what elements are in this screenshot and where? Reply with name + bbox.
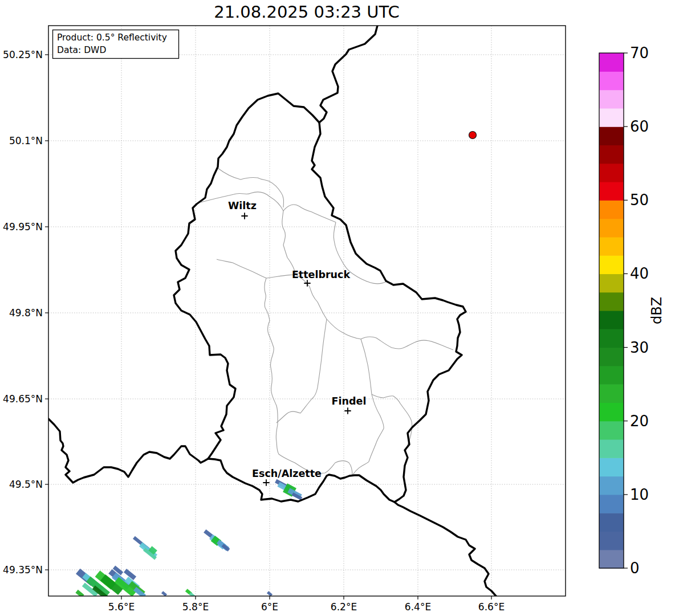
colorbar-segment xyxy=(599,311,624,329)
radar-figure: 21.08.2025 03:23 UTC xyxy=(0,0,675,616)
lat-tick: 49.35°N xyxy=(3,564,43,576)
lat-tick: 49.8°N xyxy=(9,307,43,319)
colorbar-tick: 60 xyxy=(630,118,649,135)
colorbar-segment xyxy=(599,421,624,440)
colorbar-tick: 50 xyxy=(630,191,649,209)
colorbar-segment xyxy=(599,145,624,164)
radar-map-page: 21.08.2025 03:23 UTC xyxy=(0,0,675,616)
colorbar-segment xyxy=(599,531,624,550)
colorbar-segment xyxy=(599,200,624,219)
colorbar-segment xyxy=(599,274,624,292)
colorbar-segment xyxy=(599,255,624,274)
colorbar-tick: 40 xyxy=(630,265,649,282)
colorbar-segment xyxy=(599,108,624,127)
lon-tick: 5.6°E xyxy=(108,601,135,613)
info-product: Product: 0.5° Reflectivity xyxy=(57,32,167,43)
colorbar-segment xyxy=(599,237,624,256)
colorbar-segment xyxy=(599,366,624,385)
colorbar-tick: 20 xyxy=(630,413,649,430)
lon-tick-labels: 5.6°E 5.8°E 6°E 6.2°E 6.4°E 6.6°E xyxy=(108,601,505,613)
colorbar-segment xyxy=(599,476,624,495)
colorbar-segment xyxy=(599,90,624,109)
colorbar-segment xyxy=(599,513,624,532)
lon-tick: 5.8°E xyxy=(182,601,209,613)
colorbar-segment xyxy=(599,458,624,476)
city-label: Wiltz xyxy=(228,200,257,211)
colorbar-tick: 10 xyxy=(630,486,649,503)
lat-tick-labels: 50.25°N 50.1°N 49.95°N 49.8°N 49.65°N 49… xyxy=(3,49,43,576)
colorbar-tick: 30 xyxy=(630,339,649,356)
colorbar-tick: 0 xyxy=(630,560,640,577)
colorbar-segment xyxy=(599,550,624,569)
colorbar-segment xyxy=(599,164,624,182)
colorbar-segment xyxy=(599,439,624,458)
lon-tick: 6°E xyxy=(261,601,278,613)
colorbar-segment xyxy=(599,53,624,72)
lat-tick: 50.25°N xyxy=(3,49,43,60)
lon-tick: 6.4°E xyxy=(405,601,431,613)
colorbar-segment xyxy=(599,329,624,348)
colorbar-segments xyxy=(599,53,624,569)
info-data-source: Data: DWD xyxy=(57,45,106,55)
colorbar-axis-label: dBZ xyxy=(649,297,665,324)
colorbar-segment xyxy=(599,348,624,366)
city-label: Ettelbruck xyxy=(292,269,351,280)
figure-title: 21.08.2025 03:23 UTC xyxy=(214,2,400,22)
lat-tick: 49.95°N xyxy=(3,221,43,232)
colorbar-tick-labels: 70 60 50 40 30 20 10 0 xyxy=(630,44,649,577)
colorbar-ticks xyxy=(624,53,628,568)
colorbar-segment xyxy=(599,71,624,90)
lon-tick: 6.6°E xyxy=(478,601,505,613)
colorbar-segment xyxy=(599,402,624,421)
colorbar-segment xyxy=(599,495,624,513)
lat-tick: 49.65°N xyxy=(3,393,43,405)
colorbar-segment xyxy=(599,127,624,145)
radar-site-dot xyxy=(469,132,477,139)
colorbar-tick: 70 xyxy=(630,44,649,62)
city-label: Findel xyxy=(332,395,367,407)
colorbar-segment xyxy=(599,292,624,311)
lat-tick: 49.5°N xyxy=(9,479,43,490)
colorbar-segment xyxy=(599,182,624,201)
info-box: Product: 0.5° Reflectivity Data: DWD xyxy=(53,30,179,59)
colorbar-segment xyxy=(599,219,624,238)
lat-tick: 50.1°N xyxy=(9,135,43,146)
lon-tick: 6.2°E xyxy=(331,601,357,613)
city-label: Esch/Alzette xyxy=(252,468,322,479)
colorbar-segment xyxy=(599,384,624,403)
